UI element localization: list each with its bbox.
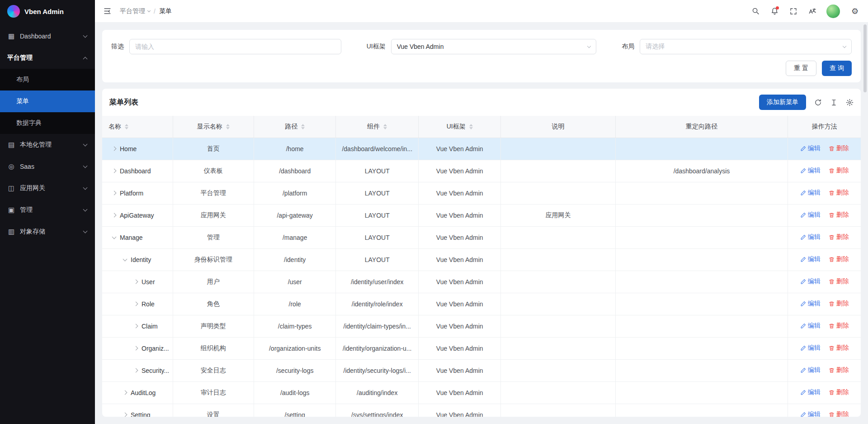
row-description — [501, 271, 615, 293]
translate-icon[interactable] — [807, 6, 817, 16]
column-header[interactable]: 组件 — [336, 116, 419, 138]
delete-button[interactable]: 删除 — [829, 366, 849, 374]
sidebar-item-layout[interactable]: 布局 — [0, 69, 95, 91]
table-row[interactable]: ApiGateway 应用网关 /api-gateway LAYOUT Vue … — [102, 204, 861, 226]
search-button[interactable]: 查 询 — [822, 61, 852, 76]
refresh-icon[interactable] — [814, 99, 822, 106]
sort-icon[interactable] — [301, 124, 305, 129]
tree-expand-icon[interactable] — [134, 368, 138, 373]
search-icon[interactable] — [750, 6, 760, 16]
tree-expand-icon[interactable] — [112, 234, 117, 239]
column-header[interactable]: 显示名称 — [173, 116, 254, 138]
breadcrumb-parent[interactable]: 平台管理 — [120, 7, 150, 15]
tree-expand-icon[interactable] — [123, 413, 127, 417]
sidebar-item-localization[interactable]: ▤ 本地化管理 — [0, 134, 95, 156]
delete-button[interactable]: 删除 — [829, 211, 849, 219]
sidebar-item-platform[interactable]: 平台管理 — [0, 47, 95, 69]
row-name: Claim — [142, 323, 158, 330]
edit-button[interactable]: 编辑 — [800, 366, 821, 374]
delete-button[interactable]: 删除 — [829, 344, 849, 352]
column-header[interactable]: 路径 — [254, 116, 336, 138]
table-row[interactable]: Platform 平台管理 /platform LAYOUT Vue Vben … — [102, 182, 861, 204]
edit-button[interactable]: 编辑 — [800, 322, 821, 330]
row-ui-framework: Vue Vben Admin — [419, 381, 501, 404]
tree-expand-icon[interactable] — [112, 147, 117, 151]
sort-icon[interactable] — [383, 124, 387, 129]
edit-button[interactable]: 编辑 — [800, 300, 821, 308]
sidebar-item-dashboard[interactable]: ▦ Dashboard — [0, 25, 95, 47]
add-menu-button[interactable]: 添加新菜单 — [759, 95, 806, 110]
edit-button[interactable]: 编辑 — [800, 167, 821, 175]
edit-button[interactable]: 编辑 — [800, 233, 821, 241]
table-row[interactable]: Setting 设置 /setting /sys/settings/index … — [102, 404, 861, 417]
scrollbar-thumb[interactable] — [863, 24, 867, 92]
table-row[interactable]: Manage 管理 /manage LAYOUT Vue Vben Admin … — [102, 226, 861, 248]
notification-icon[interactable] — [769, 6, 779, 16]
tree-expand-icon[interactable] — [134, 346, 138, 351]
sidebar-item-gateway[interactable]: ◫ 应用网关 — [0, 177, 95, 199]
ui-framework-select[interactable]: Vue Vben Admin — [391, 39, 597, 54]
row-description — [501, 359, 615, 381]
sort-icon[interactable] — [125, 124, 128, 129]
filter-input[interactable] — [129, 39, 341, 54]
table-row[interactable]: Dashboard 仪表板 /dashboard LAYOUT Vue Vben… — [102, 160, 861, 182]
sidebar-submenu: 布局 菜单 数据字典 — [0, 69, 95, 134]
delete-button[interactable]: 删除 — [829, 189, 849, 197]
edit-button[interactable]: 编辑 — [800, 277, 821, 286]
tree-expand-icon[interactable] — [134, 302, 138, 306]
sidebar-item-manage[interactable]: ▣ 管理 — [0, 199, 95, 221]
tree-expand-icon[interactable] — [112, 169, 117, 173]
table-row[interactable]: Role 角色 /role /identity/role/index Vue V… — [102, 293, 861, 315]
sidebar-item-dict[interactable]: 数据字典 — [0, 112, 95, 134]
row-component: /dashboard/welcome/in... — [336, 138, 419, 160]
delete-button[interactable]: 删除 — [829, 322, 849, 330]
user-avatar[interactable] — [826, 5, 840, 18]
table-row[interactable]: AuditLog 审计日志 /audit-logs /auditing/inde… — [102, 381, 861, 404]
table-row[interactable]: Home 首页 /home /dashboard/welcome/in... V… — [102, 138, 861, 160]
sort-icon[interactable] — [226, 124, 230, 129]
sidebar-item-menu[interactable]: 菜单 — [0, 91, 95, 112]
column-header[interactable]: UI框架 — [419, 116, 501, 138]
delete-button[interactable]: 删除 — [829, 144, 849, 152]
locale-icon: ▤ — [7, 141, 15, 149]
reset-button[interactable]: 重 置 — [786, 61, 816, 76]
table-row[interactable]: Identity 身份标识管理 /identity LAYOUT Vue Vbe… — [102, 248, 861, 271]
tree-expand-icon[interactable] — [134, 324, 138, 329]
edit-button[interactable]: 编辑 — [800, 211, 821, 219]
edit-button[interactable]: 编辑 — [800, 410, 821, 417]
settings-icon[interactable]: ⚙ — [850, 6, 860, 16]
edit-button[interactable]: 编辑 — [800, 255, 821, 263]
edit-button[interactable]: 编辑 — [800, 144, 821, 152]
delete-button[interactable]: 删除 — [829, 410, 849, 417]
tree-expand-icon[interactable] — [112, 213, 117, 218]
tree-expand-icon[interactable] — [123, 257, 127, 261]
row-redirect — [615, 248, 788, 271]
delete-button[interactable]: 删除 — [829, 167, 849, 175]
column-height-icon[interactable] — [830, 99, 838, 106]
app-logo[interactable]: Vben Admin — [0, 0, 95, 23]
tree-expand-icon[interactable] — [134, 280, 138, 284]
table-row[interactable]: Organiz... 组织机构 /organization-units /ide… — [102, 337, 861, 359]
layout-select[interactable]: 请选择 — [640, 39, 852, 54]
sidebar-item-saas[interactable]: ◎ Saas — [0, 156, 95, 177]
edit-button[interactable]: 编辑 — [800, 388, 821, 396]
menu-fold-icon[interactable] — [103, 7, 112, 15]
delete-button[interactable]: 删除 — [829, 255, 849, 263]
delete-button[interactable]: 删除 — [829, 277, 849, 286]
table-settings-icon[interactable] — [846, 99, 854, 106]
sidebar-item-storage[interactable]: ▥ 对象存储 — [0, 221, 95, 243]
edit-button[interactable]: 编辑 — [800, 189, 821, 197]
row-description — [501, 226, 615, 248]
tree-expand-icon[interactable] — [123, 391, 127, 395]
table-row[interactable]: User 用户 /user /identity/user/index Vue V… — [102, 271, 861, 293]
tree-expand-icon[interactable] — [112, 191, 117, 195]
delete-button[interactable]: 删除 — [829, 388, 849, 396]
fullscreen-icon[interactable] — [788, 6, 798, 16]
column-header[interactable]: 名称 — [102, 116, 173, 138]
delete-button[interactable]: 删除 — [829, 233, 849, 241]
table-row[interactable]: Security... 安全日志 /security-logs /identit… — [102, 359, 861, 381]
edit-button[interactable]: 编辑 — [800, 344, 821, 352]
table-row[interactable]: Claim 声明类型 /claim-types /identity/claim-… — [102, 315, 861, 337]
delete-button[interactable]: 删除 — [829, 300, 849, 308]
sort-icon[interactable] — [469, 124, 473, 129]
